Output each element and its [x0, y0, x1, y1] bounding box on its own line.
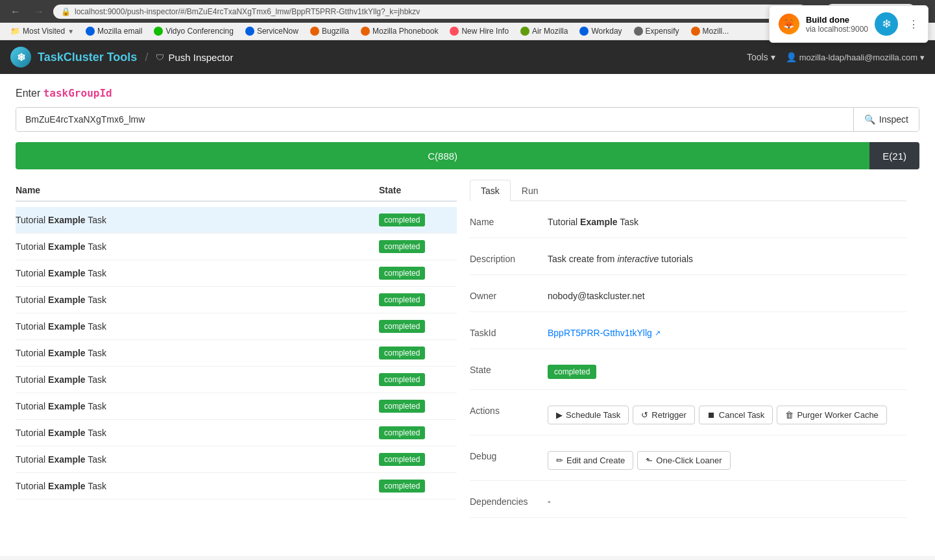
one-click-loaner-button[interactable]: ⬑ One-Click Loaner [637, 451, 730, 470]
task-row[interactable]: Tutorial Example Task completed [16, 207, 457, 234]
notification-popup: 🦊 Build done via localhost:9000 ❄ ⋮ [769, 5, 929, 43]
progress-bar: C(888) E(21) [16, 142, 919, 169]
notif-logo: ❄ [875, 12, 898, 36]
taskid-value: BppRT5PRR-Gtthv1tkYllg ↗ [548, 328, 906, 338]
url-bar[interactable]: 🔒 localhost:9000/push-inspector/#/BmZuE4… [53, 5, 807, 19]
bookmark-workday[interactable]: Workday [574, 25, 627, 37]
detail-name-section: Name Tutorial Example Task [470, 212, 906, 238]
task-state: completed [379, 347, 457, 359]
search-icon: 🔍 [864, 114, 875, 125]
task-row[interactable]: Tutorial Example Task completed [16, 313, 457, 340]
bookmark-new-hire[interactable]: New Hire Info [444, 25, 514, 37]
url-text: localhost:9000/push-inspector/#/BmZuE4rc… [75, 7, 799, 16]
detail-state-section: State completed [470, 359, 906, 390]
user-label: mozilla-ldap/haali@mozilla.com [799, 53, 917, 62]
task-row[interactable]: Tutorial Example Task completed [16, 234, 457, 260]
task-group-input[interactable] [16, 108, 853, 131]
task-row[interactable]: Tutorial Example Task completed [16, 420, 457, 446]
task-row[interactable]: Tutorial Example Task completed [16, 446, 457, 473]
bookmark-expensify[interactable]: Expensify [629, 25, 685, 37]
task-row[interactable]: Tutorial Example Task completed [16, 393, 457, 420]
app-logo[interactable]: ❄ TaskCluster Tools [10, 47, 137, 67]
detail-debug-row: Debug ✏ Edit and Create ⬑ One-Click Loan… [470, 446, 906, 475]
owner-label: Owner [470, 291, 548, 301]
task-state: completed [379, 293, 457, 306]
task-name: Tutorial Example Task [16, 481, 379, 491]
task-row[interactable]: Tutorial Example Task completed [16, 287, 457, 313]
bookmark-most-visited[interactable]: 📁 Most Visited ▼ [5, 25, 79, 37]
bookmark-bugzilla[interactable]: Bugzilla [305, 25, 354, 37]
debug-label: Debug [470, 451, 548, 461]
cancel-task-button[interactable]: ⏹ Cancel Task [699, 406, 773, 424]
input-row: 🔍 Inspect [16, 107, 919, 132]
detail-actions-section: Actions ▶ Schedule Task ↺ Retrigger [470, 400, 906, 435]
task-name: Tutorial Example Task [16, 401, 379, 411]
nav-tools-menu[interactable]: Tools ▾ [747, 52, 775, 62]
purge-worker-cache-button[interactable]: 🗑 Purger Worker Cache [777, 406, 886, 424]
task-row[interactable]: Tutorial Example Task completed [16, 367, 457, 393]
tab-run[interactable]: Run [511, 180, 550, 201]
state-label: State [470, 365, 548, 375]
nav-current-section: 🛡 Push Inspector [156, 52, 233, 63]
task-row[interactable]: Tutorial Example Task completed [16, 260, 457, 287]
detail-owner-row: Owner nobody@taskcluster.net [470, 286, 906, 306]
task-state: completed [379, 267, 457, 280]
forward-button[interactable]: → [30, 5, 48, 19]
task-row[interactable]: Tutorial Example Task completed [16, 340, 457, 367]
task-name: Tutorial Example Task [16, 215, 379, 225]
notif-menu[interactable]: ⋮ [908, 18, 919, 30]
bookmark-phonebook[interactable]: Mozilla Phonebook [356, 25, 443, 37]
bookmark-servicenow[interactable]: ServiceNow [240, 25, 304, 37]
task-name: Tutorial Example Task [16, 241, 379, 252]
detail-name-row: Name Tutorial Example Task [470, 212, 906, 232]
back-button[interactable]: ← [6, 5, 25, 19]
task-name: Tutorial Example Task [16, 454, 379, 465]
state-value: completed [548, 365, 906, 379]
task-name: Tutorial Example Task [16, 295, 379, 305]
main-content: Enter taskGroupId 🔍 Inspect C(888) E(21)… [0, 74, 935, 556]
task-state: completed [379, 480, 457, 493]
enter-label: Enter taskGroupId [16, 87, 919, 99]
highlight-label: taskGroupId [43, 87, 112, 99]
detail-tabs: Task Run [470, 180, 906, 201]
progress-errors[interactable]: E(21) [869, 142, 919, 169]
schedule-task-button[interactable]: ▶ Schedule Task [548, 406, 629, 424]
task-name: Tutorial Example Task [16, 348, 379, 358]
firefox-icon: 🦊 [779, 14, 799, 34]
task-name: Tutorial Example Task [16, 374, 379, 385]
bookmark-mozilla-email[interactable]: Mozilla email [80, 25, 147, 37]
progress-completed[interactable]: C(888) [16, 142, 869, 169]
task-state: completed [379, 213, 457, 226]
detail-state-row: State completed [470, 359, 906, 384]
app-logo-icon: ❄ [10, 47, 31, 67]
play-icon: ▶ [556, 410, 563, 420]
taskid-link[interactable]: BppRT5PRR-Gtthv1tkYllg ↗ [548, 328, 906, 338]
bookmark-air-mozilla[interactable]: Air Mozilla [515, 25, 573, 37]
purge-icon: 🗑 [785, 410, 794, 420]
retrigger-icon: ↺ [641, 410, 648, 420]
description-value: Task create from interactive tutorials [548, 254, 906, 264]
detail-dependencies-row: Dependencies - [470, 491, 906, 512]
bookmark-moz[interactable]: Mozill... [686, 25, 735, 37]
edit-create-button[interactable]: ✏ Edit and Create [548, 451, 633, 470]
actions-label: Actions [470, 406, 548, 416]
current-section-label: Push Inspector [168, 52, 233, 63]
dependencies-value: - [548, 496, 906, 507]
notif-subtitle: via localhost:9000 [806, 25, 868, 34]
table-panel: Name State Tutorial Example Task complet… [16, 180, 919, 528]
edit-icon: ✏ [556, 456, 563, 465]
nav-user-menu[interactable]: 👤 mozilla-ldap/haali@mozilla.com ▾ [786, 52, 925, 62]
task-state: completed [379, 400, 457, 413]
task-state: completed [379, 373, 457, 386]
task-detail-panel: Task Run Name Tutorial Example Task Desc… [457, 180, 919, 528]
task-state: completed [379, 426, 457, 439]
detail-owner-section: Owner nobody@taskcluster.net [470, 286, 906, 312]
tab-task[interactable]: Task [470, 180, 511, 201]
inspect-button[interactable]: 🔍 Inspect [853, 108, 919, 131]
external-link-icon: ↗ [655, 329, 661, 337]
cancel-icon: ⏹ [707, 410, 716, 420]
name-value: Tutorial Example Task [548, 217, 906, 227]
retrigger-button[interactable]: ↺ Retrigger [633, 406, 694, 424]
task-row[interactable]: Tutorial Example Task completed [16, 473, 457, 500]
bookmark-vidyo[interactable]: Vidyo Conferencing [149, 25, 239, 37]
